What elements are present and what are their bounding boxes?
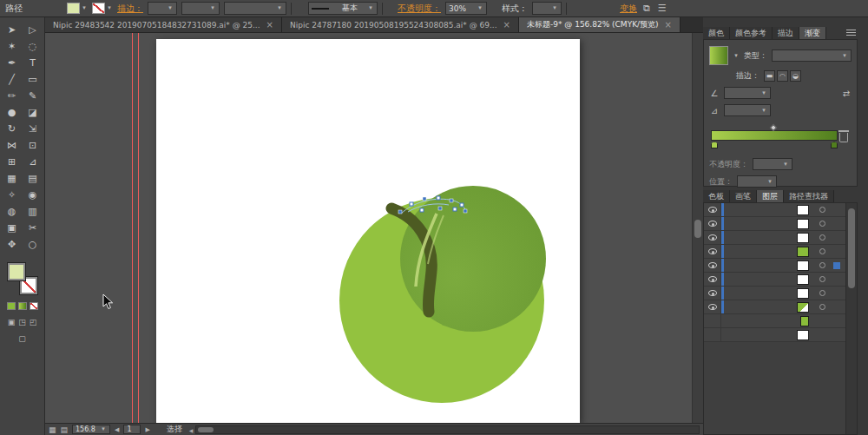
gradient-tool[interactable]: ▤: [23, 170, 43, 187]
status-corner-icon-1[interactable]: ▦: [49, 425, 56, 434]
gradient-menu-caret-icon[interactable]: [733, 53, 740, 59]
visibility-toggle[interactable]: [704, 314, 721, 327]
blend-tool[interactable]: ◉: [23, 187, 43, 203]
align-panel-icon[interactable]: ⧉: [641, 3, 652, 14]
next-artboard-icon[interactable]: ▶: [145, 426, 149, 433]
variable-width-select[interactable]: [181, 2, 220, 15]
stop-opacity-field[interactable]: [753, 158, 792, 170]
column-graph-tool[interactable]: ▥: [23, 203, 43, 220]
layer-target-icon[interactable]: [819, 276, 825, 282]
layer-row-4[interactable]: [704, 245, 846, 259]
color-panel-tab-3[interactable]: 描边: [773, 27, 799, 39]
layer-target-icon[interactable]: [819, 248, 825, 254]
pencil-tool[interactable]: ✎: [23, 88, 43, 104]
layer-target-icon[interactable]: [819, 234, 825, 241]
visibility-toggle[interactable]: [704, 231, 721, 244]
gradient-swatch[interactable]: [709, 46, 728, 65]
layer-target-icon[interactable]: [819, 221, 825, 227]
horizontal-scrollbar[interactable]: ◀ ▶: [195, 425, 700, 434]
delete-stop-icon[interactable]: [839, 133, 848, 142]
scrollbar-thumb[interactable]: [198, 427, 214, 432]
layer-target-icon[interactable]: [819, 290, 825, 296]
layer-target-icon[interactable]: [819, 262, 825, 268]
gradient-stop-end[interactable]: [831, 142, 838, 148]
rotate-tool[interactable]: ↻: [2, 121, 23, 137]
type-tool[interactable]: T: [23, 55, 43, 71]
transform-link[interactable]: 变换: [620, 3, 637, 15]
document-tab-3[interactable]: 未标题-9* @ 156.82% (CMYK/预览)×: [519, 17, 681, 32]
visibility-toggle[interactable]: [704, 287, 721, 300]
panel-menu-icon[interactable]: [846, 30, 856, 36]
artboard-number-field[interactable]: 1: [123, 425, 141, 434]
paintbrush-tool[interactable]: ✏: [2, 88, 23, 104]
layer-row-2[interactable]: [704, 217, 846, 231]
blob-brush-tool[interactable]: ●: [2, 104, 23, 121]
stroke-color-well[interactable]: [92, 3, 113, 14]
zoom-tool[interactable]: ○: [23, 236, 43, 253]
direct-selection-tool[interactable]: ▷: [23, 22, 43, 38]
gradient-bar[interactable]: [711, 130, 838, 141]
dock-panel-tab-4[interactable]: 路径查找器: [784, 190, 834, 202]
visibility-toggle[interactable]: [704, 259, 721, 272]
vertical-scrollbar[interactable]: [692, 33, 703, 423]
layer-row-10[interactable]: [704, 328, 846, 342]
draw-behind-icon[interactable]: ◳: [18, 318, 26, 326]
width-tool[interactable]: ⋈: [2, 137, 23, 154]
scrollbar-thumb[interactable]: [848, 208, 855, 288]
gradient-aspect-field[interactable]: [724, 104, 771, 116]
selection-tool[interactable]: ➤: [2, 22, 23, 38]
stroke-panel-link[interactable]: 描边：: [117, 3, 143, 15]
fill-stroke-widget[interactable]: [8, 263, 37, 294]
width-profile-select[interactable]: [224, 2, 286, 15]
apple-shade-shape[interactable]: [400, 186, 546, 332]
stroke-gradient-icon-1[interactable]: ▬: [764, 70, 775, 82]
screen-mode-icon[interactable]: ▢: [18, 334, 26, 343]
gradient-type-select[interactable]: [772, 49, 852, 62]
eyedropper-tool[interactable]: ✧: [2, 187, 23, 203]
free-transform-tool[interactable]: ⊡: [23, 137, 43, 154]
perspective-grid-tool[interactable]: ⊿: [23, 154, 43, 170]
fill-color-well[interactable]: [67, 3, 88, 14]
tab-close-icon[interactable]: ×: [665, 20, 672, 30]
color-panel-tab-2[interactable]: 颜色参考: [730, 27, 773, 39]
color-mode-button[interactable]: [7, 302, 16, 310]
dock-panel-tab-3[interactable]: 图层: [757, 190, 784, 202]
stroke-weight-field[interactable]: [148, 2, 177, 15]
stroke-gradient-icon-2[interactable]: ◠: [777, 70, 788, 82]
line-segment-tool[interactable]: ╱: [2, 71, 23, 88]
stroke-swatch[interactable]: [92, 3, 105, 14]
reverse-gradient-icon[interactable]: ⇄: [841, 89, 852, 98]
stop-position-field[interactable]: [737, 175, 777, 188]
scale-tool[interactable]: ⇲: [23, 121, 43, 137]
dock-panel-tab-2[interactable]: 画笔: [730, 190, 757, 202]
layer-target-icon[interactable]: [819, 304, 825, 310]
visibility-toggle[interactable]: [704, 328, 721, 341]
panel-scrollbar[interactable]: [845, 203, 857, 434]
draw-inside-icon[interactable]: ◰: [30, 318, 37, 326]
artboard-tool[interactable]: ▣: [2, 220, 23, 236]
stroke-gradient-icon-3[interactable]: ◒: [790, 70, 801, 82]
color-panel-tab-1[interactable]: 颜色: [703, 27, 730, 39]
layer-row-8[interactable]: [704, 300, 846, 314]
magic-wand-tool[interactable]: ✶: [2, 38, 23, 55]
layer-row-7[interactable]: [704, 287, 846, 300]
canvas-area[interactable]: [45, 33, 703, 423]
none-mode-button[interactable]: [30, 302, 38, 310]
document-tab-1[interactable]: Nipic 29483542 20190705184832731089.ai* …: [45, 17, 282, 32]
tab-close-icon[interactable]: ×: [503, 20, 510, 30]
pen-tool[interactable]: ✒: [2, 55, 23, 71]
scrollbar-thumb[interactable]: [694, 220, 701, 238]
status-corner-icon-2[interactable]: ▤: [61, 425, 69, 434]
fill-swatch[interactable]: [67, 3, 80, 14]
visibility-toggle[interactable]: [704, 300, 721, 313]
symbol-sprayer-tool[interactable]: ◍: [2, 203, 23, 220]
lasso-tool[interactable]: ◌: [23, 38, 43, 55]
document-tab-2[interactable]: Nipic 24787180 20190508195524308085.ai* …: [282, 17, 519, 32]
layer-row-5[interactable]: [704, 259, 846, 273]
scroll-left-icon[interactable]: ◀: [189, 426, 194, 434]
shape-builder-tool[interactable]: ⊞: [2, 154, 23, 170]
draw-normal-icon[interactable]: ▣: [8, 318, 16, 326]
gradient-mode-button[interactable]: [18, 302, 27, 310]
brush-definition-select[interactable]: 基本: [308, 2, 378, 15]
slice-tool[interactable]: ✂: [23, 220, 43, 236]
